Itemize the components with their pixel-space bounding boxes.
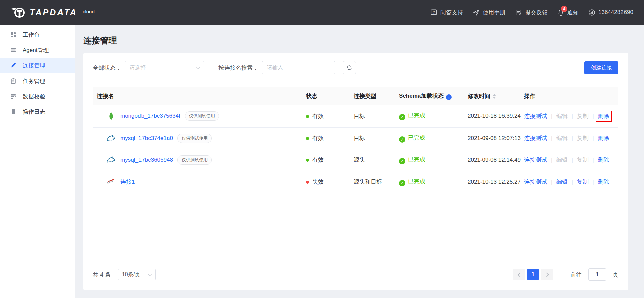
nav-notifications[interactable]: 4 通知 [557,9,579,16]
info-icon[interactable]: i [446,94,452,100]
connection-type: 目标 [354,127,399,149]
account-phone-number: 13644282690 [598,9,633,16]
pagination: 共 4 条 10条/页 1 前往 页 [93,268,618,284]
sidebar-item-operation-log[interactable]: 操作日志 [0,104,75,119]
nav-qa-support[interactable]: ? 问答支持 [430,9,463,16]
action-connection-test[interactable]: 连接测试 [524,179,547,185]
sidebar-item-label: 工作台 [23,31,40,39]
top-header: TAPDATA cloud ? 问答支持 使用手册 提交反馈 4 [0,0,644,25]
bell-icon: 4 [557,9,564,16]
table-row: 连接1 失效 源头和目标 ✓已完成 2021-10-13 12:25:27 连接… [93,171,618,193]
action-edit[interactable]: 编辑 [556,135,568,141]
status-filter-label: 全部状态： [93,64,121,72]
action-separator: | [593,135,594,141]
column-status: 状态 [306,87,354,105]
action-separator: | [572,157,573,163]
next-page-button[interactable] [541,269,553,280]
column-modified-time-label: 修改时间 [468,93,490,99]
sidebar-item-data-validation[interactable]: 数据校验 [0,89,75,104]
check-circle-icon: ✓ [399,158,405,164]
refresh-button[interactable] [343,61,356,74]
agent-icon [10,47,17,53]
filter-toolbar: 全部状态： 请选择 按连接名搜索： 创建连接 [93,61,618,74]
sidebar-item-label: Agent管理 [23,46,49,54]
action-separator: | [551,135,552,141]
nav-user-manual[interactable]: 使用手册 [473,9,506,16]
connection-type: 目标 [354,105,399,127]
page-1-button[interactable]: 1 [527,269,539,280]
status-dot [306,115,309,118]
connection-icon [10,62,17,69]
sqlserver-icon [106,177,116,187]
sort-icon[interactable] [493,94,496,99]
connections-table: 连接名 状态 连接类型 Schema加载状态i 修改时间 操作 [93,87,618,193]
mysql-icon [106,155,116,165]
data-validation-icon [10,93,17,100]
connection-type: 源头 [354,149,399,171]
status-select[interactable]: 请选择 [125,61,204,74]
search-filter-label: 按连接名搜索： [218,64,258,72]
status-text: 失效 [312,179,324,185]
modified-time: 2021-10-13 12:25:27 [468,171,524,193]
connection-type: 源头和目标 [354,171,399,193]
status-dot [306,159,309,162]
table-row: mysql_17bc374e1a0 仅供测试使用 有效 目标 ✓已完成 2021… [93,127,618,149]
action-edit[interactable]: 编辑 [556,157,568,163]
action-edit[interactable]: 编辑 [556,113,568,119]
prev-page-button[interactable] [513,269,525,280]
sidebar-item-tasks[interactable]: 任务管理 [0,73,75,89]
modified-time: 2021-09-08 12:07:13 [468,127,524,149]
check-circle-icon: ✓ [399,180,405,186]
sidebar-item-connections[interactable]: 连接管理 [0,58,75,73]
sidebar-item-workbench[interactable]: 工作台 [0,27,75,42]
action-copy[interactable]: 复制 [577,135,589,141]
action-delete[interactable]: 删除 [598,113,609,119]
action-separator: | [551,157,552,163]
column-modified-time: 修改时间 [468,87,524,105]
nav-label: 通知 [567,9,579,16]
sidebar-item-agent[interactable]: Agent管理 [0,42,75,58]
action-edit[interactable]: 编辑 [556,179,568,185]
action-delete[interactable]: 删除 [598,157,609,163]
create-connection-button[interactable]: 创建连接 [584,61,618,74]
chevron-right-icon [545,272,549,277]
action-copy[interactable]: 复制 [577,113,589,119]
task-icon [10,78,17,84]
connection-name-link[interactable]: mysql_17bc3605948 [120,157,173,163]
action-connection-test[interactable]: 连接测试 [524,157,547,163]
table-row: mysql_17bc3605948 仅供测试使用 有效 源头 ✓已完成 2021… [93,149,618,171]
action-separator: | [593,157,594,163]
nav-account[interactable]: 13644282690 [588,9,633,16]
connection-name-link[interactable]: mysql_17bc374e1a0 [120,135,173,142]
user-icon [588,9,595,16]
page-title: 连接管理 [83,35,628,46]
action-delete[interactable]: 删除 [598,179,609,185]
column-schema-status-label: Schema加载状态 [399,93,444,99]
action-connection-test[interactable]: 连接测试 [524,113,547,119]
table-row: mongodb_17bc375634f 仅供测试使用 有效 目标 ✓已完成 20… [93,105,618,127]
status-dot [306,181,309,184]
action-copy[interactable]: 复制 [577,157,589,163]
brand[interactable]: TAPDATA cloud [11,6,95,19]
modified-time: 2021-09-08 12:14:49 [468,149,524,171]
search-input[interactable] [262,61,335,74]
connection-name-link[interactable]: mongodb_17bc375634f [120,113,180,119]
nav-label: 问答支持 [440,9,463,16]
action-separator: | [572,113,573,119]
action-separator: | [551,179,552,185]
connection-name-link[interactable]: 连接1 [120,178,135,186]
page-size-select[interactable]: 10条/页 [118,269,156,280]
sidebar: 工作台 Agent管理 连接管理 任务管理 数据校验 [0,25,75,298]
refresh-icon [346,64,353,71]
test-only-badge: 仅供测试使用 [177,155,212,165]
action-delete[interactable]: 删除 [598,135,609,141]
goto-page-input[interactable] [588,268,606,281]
nav-feedback[interactable]: 提交反馈 [515,9,548,16]
action-separator: | [572,179,573,185]
action-copy[interactable]: 复制 [577,179,589,185]
page-unit-label: 页 [613,271,618,279]
action-connection-test[interactable]: 连接测试 [524,135,547,141]
schema-status-text: 已完成 [408,156,425,163]
nav-label: 使用手册 [483,9,506,16]
modified-time: 2021-10-18 16:39:24 [468,105,524,127]
